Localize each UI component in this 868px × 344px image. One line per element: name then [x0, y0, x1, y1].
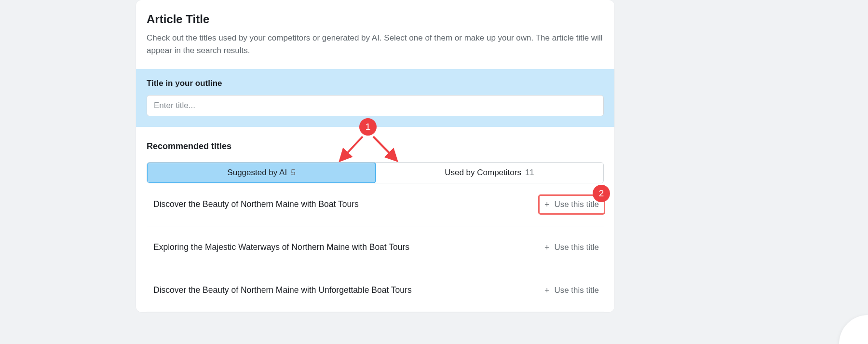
title-row: Discover the Beauty of Northern Maine wi…	[147, 269, 604, 312]
plus-icon: +	[544, 200, 550, 209]
chat-widget[interactable]	[839, 315, 868, 344]
use-title-label: Use this title	[554, 243, 599, 252]
article-title-card: Article Title Check out the titles used …	[136, 0, 614, 312]
card-header: Article Title Check out the titles used …	[136, 0, 614, 69]
suggested-title-text: Exploring the Majestic Waterways of Nort…	[147, 242, 409, 252]
section-description: Check out the titles used by your compet…	[147, 32, 604, 57]
tab-ai-count: 5	[291, 168, 295, 178]
annotation-badge-1: 1	[359, 118, 377, 136]
section-title: Article Title	[147, 13, 604, 26]
tab-suggested-by-ai[interactable]: Suggested by AI 5	[147, 162, 376, 183]
use-this-title-button[interactable]: + Use this title	[540, 239, 604, 256]
title-row: Exploring the Majestic Waterways of Nort…	[147, 226, 604, 269]
suggested-title-text: Discover the Beauty of Northern Maine wi…	[147, 199, 359, 209]
recommended-tabs: Suggested by AI 5 Used by Competitors 11	[147, 162, 604, 183]
recommended-heading: Recommended titles	[147, 141, 604, 151]
plus-icon: +	[544, 243, 550, 252]
tab-comp-label: Used by Competitors	[445, 168, 521, 178]
tab-comp-count: 11	[525, 168, 534, 178]
outline-label: Title in your outline	[147, 79, 604, 88]
use-title-label: Use this title	[554, 200, 599, 209]
tab-ai-label: Suggested by AI	[227, 168, 287, 178]
use-title-label: Use this title	[554, 286, 599, 295]
title-list: Discover the Beauty of Northern Maine wi…	[147, 183, 604, 312]
tab-used-by-competitors[interactable]: Used by Competitors 11	[376, 163, 603, 183]
recommended-section: Recommended titles Suggested by AI 5 Use…	[136, 127, 614, 312]
use-this-title-button[interactable]: + Use this title	[540, 282, 604, 299]
suggested-title-text: Discover the Beauty of Northern Maine wi…	[147, 285, 412, 295]
title-outline-section: Title in your outline	[136, 69, 614, 127]
title-row: Discover the Beauty of Northern Maine wi…	[147, 183, 604, 226]
annotation-badge-2: 2	[593, 185, 610, 202]
title-input[interactable]	[147, 95, 604, 116]
plus-icon: +	[544, 286, 550, 295]
